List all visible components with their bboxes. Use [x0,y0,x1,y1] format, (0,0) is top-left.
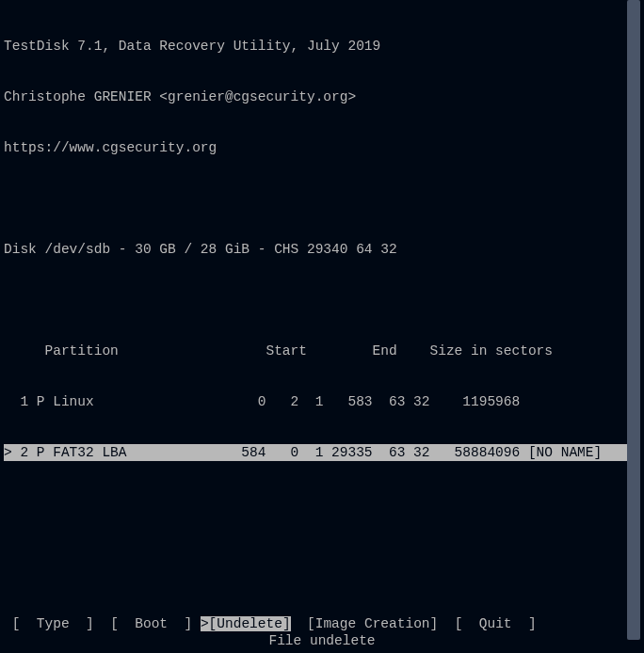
partition-row[interactable]: 1 P Linux 0 2 1 583 63 32 1195968 [4,393,640,410]
menu-type[interactable]: Type [37,616,70,631]
menu-boot[interactable]: Boot [135,616,168,631]
menu-image-creation[interactable]: Image Creation [315,616,430,631]
terminal-window: TestDisk 7.1, Data Recovery Utility, Jul… [0,0,644,653]
menu-undelete-selected[interactable]: >[Undelete] [201,616,291,631]
blank-line [4,190,640,207]
menu-hint: File undelete [4,632,640,649]
scrollbar-track [627,0,640,640]
author-line: Christophe GRENIER <grenier@cgsecurity.o… [4,88,640,105]
app-title: TestDisk 7.1, Data Recovery Utility, Jul… [4,38,640,55]
partition-table-header: Partition Start End Size in sectors [4,342,640,359]
bottom-menu: [ Type ] [ Boot ] >[Undelete] [Image Cre… [4,615,640,632]
disk-info: Disk /dev/sdb - 30 GB / 28 GiB - CHS 293… [4,241,640,258]
blank-line [4,292,640,309]
menu-quit[interactable]: Quit [479,616,512,631]
url-line: https://www.cgsecurity.org [4,139,640,156]
scrollbar-thumb[interactable] [627,0,640,640]
partition-row-selected[interactable]: > 2 P FAT32 LBA 584 0 1 29335 63 32 5888… [4,444,640,461]
